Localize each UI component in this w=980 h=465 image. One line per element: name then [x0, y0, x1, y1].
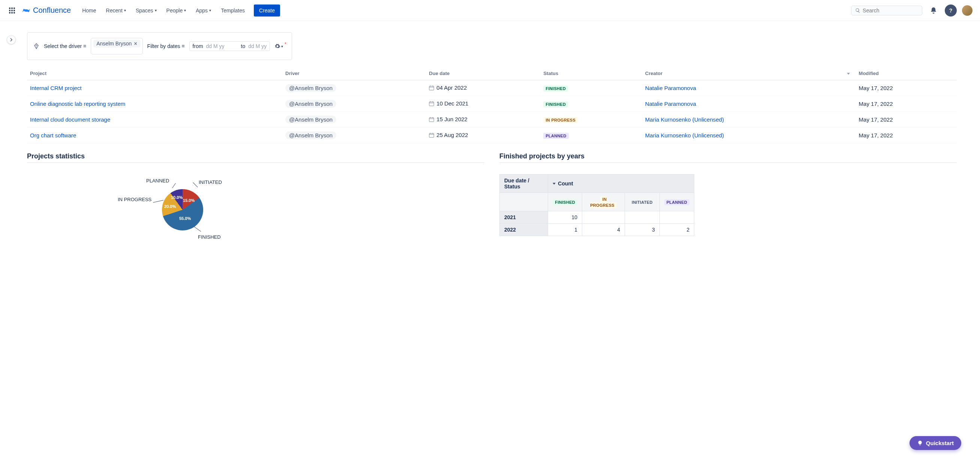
- brand-name: Confluence: [33, 6, 71, 14]
- creator-link[interactable]: Natalie Paramonova: [645, 85, 696, 91]
- filter-dates-label: Filter by dates =: [147, 43, 185, 49]
- table-row: Online diagnostic lab reporting system@A…: [27, 96, 957, 112]
- profile-avatar[interactable]: [962, 5, 972, 16]
- due-date: 10 Dec 2021: [429, 100, 468, 107]
- gear-icon: [274, 43, 280, 49]
- unsaved-indicator: *: [285, 42, 286, 46]
- stats-heading: Projects statistics: [27, 152, 484, 160]
- col-creator[interactable]: Creator: [642, 67, 856, 80]
- by-year-heading: Finished projects by years: [500, 152, 957, 160]
- col-status[interactable]: Status: [540, 67, 642, 80]
- col-modified[interactable]: Modified: [856, 67, 957, 80]
- search-icon: [855, 8, 861, 13]
- confluence-logo[interactable]: Confluence: [22, 6, 71, 15]
- pct-initiated: 15.0%: [183, 198, 194, 203]
- status-badge: PLANNED: [543, 133, 568, 139]
- pivot-table: Due date / Status Count FINISHEDIN PROGR…: [500, 174, 694, 236]
- nav-home[interactable]: Home: [78, 5, 100, 16]
- date-range-input[interactable]: from dd M yy to dd M yy: [189, 41, 270, 51]
- stats-panel: Projects statistics 15.0% 55.0% 20.0% 10…: [27, 152, 484, 257]
- nav-spaces[interactable]: Spaces▾: [132, 5, 161, 16]
- lbl-planned: PLANNED: [146, 178, 169, 184]
- notifications-icon[interactable]: [928, 5, 940, 16]
- status-badge: FINISHED: [543, 86, 568, 91]
- projects-table: Project Driver Due date Status Creator M…: [27, 67, 957, 143]
- project-link[interactable]: Online diagnostic lab reporting system: [30, 101, 125, 107]
- filter-settings-button[interactable]: ▾ *: [274, 43, 285, 49]
- status-badge: FINISHED: [543, 101, 568, 107]
- pivot-year: 2022: [500, 224, 548, 236]
- pivot-col[interactable]: PLANNED: [659, 193, 694, 211]
- pivot-cell: [625, 211, 660, 224]
- app-switcher-icon[interactable]: [8, 6, 16, 15]
- select-driver-label: Select the driver =: [44, 43, 86, 49]
- pivot-row: 20221432: [500, 224, 694, 236]
- pivot-cell: 10: [548, 211, 582, 224]
- remove-tag-icon[interactable]: ×: [134, 40, 137, 46]
- project-link[interactable]: Internal CRM project: [30, 85, 82, 91]
- table-row: Internal cloud document storage@Anselm B…: [27, 112, 957, 128]
- pivot-col[interactable]: FINISHED: [548, 193, 582, 211]
- filter-bar: Select the driver = Anselm Bryson × Filt…: [27, 32, 292, 60]
- lbl-inprogress: IN PROGRESS: [118, 197, 151, 202]
- chevron-down-icon: ▾: [209, 8, 211, 13]
- due-date: 04 Apr 2022: [429, 85, 467, 91]
- lbl-initiated: INITIATED: [199, 179, 222, 185]
- macro-icon: [33, 43, 39, 49]
- confluence-icon: [22, 6, 31, 15]
- pivot-cell: 1: [548, 224, 582, 236]
- creator-link[interactable]: Maria Kurnosenko (Unlicensed): [645, 132, 724, 139]
- search-box[interactable]: [851, 6, 922, 15]
- calendar-icon: [429, 133, 434, 138]
- pivot-cell: [582, 211, 625, 224]
- pivot-cell: [659, 211, 694, 224]
- calendar-icon: [429, 101, 434, 106]
- driver-mention[interactable]: @Anselm Bryson: [285, 131, 336, 139]
- help-icon[interactable]: ?: [945, 5, 957, 16]
- chevron-right-icon: [10, 38, 13, 42]
- nav-templates[interactable]: Templates: [217, 5, 248, 16]
- modified-date: May 17, 2022: [856, 96, 957, 112]
- driver-mention[interactable]: @Anselm Bryson: [285, 116, 336, 123]
- creator-link[interactable]: Natalie Paramonova: [645, 101, 696, 107]
- project-link[interactable]: Internal cloud document storage: [30, 116, 110, 123]
- chevron-down-icon: ▾: [124, 8, 126, 13]
- creator-link[interactable]: Maria Kurnosenko (Unlicensed): [645, 116, 724, 123]
- chevron-down-icon: ▾: [184, 8, 186, 13]
- pivot-year: 2021: [500, 211, 548, 224]
- col-project[interactable]: Project: [27, 67, 282, 80]
- due-date: 25 Aug 2022: [429, 132, 468, 138]
- nav-people[interactable]: People▾: [163, 5, 190, 16]
- nav-apps[interactable]: Apps▾: [192, 5, 215, 16]
- table-row: Org chart software@Anselm Bryson25 Aug 2…: [27, 128, 957, 143]
- pivot-count-header[interactable]: Count: [548, 174, 694, 193]
- project-link[interactable]: Org chart software: [30, 132, 76, 139]
- driver-mention[interactable]: @Anselm Bryson: [285, 100, 336, 108]
- svg-rect-1: [429, 102, 434, 106]
- expand-sidebar-button[interactable]: [7, 35, 16, 44]
- svg-rect-3: [429, 133, 434, 137]
- nav-recent[interactable]: Recent▾: [102, 5, 130, 16]
- pct-finished: 55.0%: [179, 216, 191, 221]
- table-row: Internal CRM project@Anselm Bryson04 Apr…: [27, 80, 957, 96]
- driver-filter-input[interactable]: Anselm Bryson ×: [91, 38, 142, 54]
- page-content: Select the driver = Anselm Bryson × Filt…: [5, 21, 979, 264]
- col-driver[interactable]: Driver: [282, 67, 426, 80]
- col-due[interactable]: Due date: [426, 67, 540, 80]
- pie-chart: 15.0% 55.0% 20.0% 10.0% INITIATED FINISH…: [27, 174, 484, 257]
- pivot-cell: 4: [582, 224, 625, 236]
- driver-mention[interactable]: @Anselm Bryson: [285, 84, 336, 92]
- pivot-rowheader[interactable]: Due date / Status: [500, 174, 548, 193]
- from-date-placeholder: dd M yy: [206, 43, 224, 49]
- chevron-down-icon: ▾: [155, 8, 157, 13]
- top-bar: Confluence Home Recent▾ Spaces▾ People▾ …: [0, 0, 980, 21]
- modified-date: May 17, 2022: [856, 80, 957, 96]
- pivot-col[interactable]: IN PROGRESS: [582, 193, 625, 211]
- search-input[interactable]: [863, 8, 918, 13]
- pivot-col[interactable]: INITIATED: [625, 193, 660, 211]
- pct-planned: 10.0%: [171, 195, 183, 200]
- create-button[interactable]: Create: [254, 5, 280, 16]
- svg-rect-0: [429, 86, 434, 90]
- lbl-finished: FINISHED: [198, 234, 221, 240]
- chevron-down-icon: ▾: [281, 44, 283, 48]
